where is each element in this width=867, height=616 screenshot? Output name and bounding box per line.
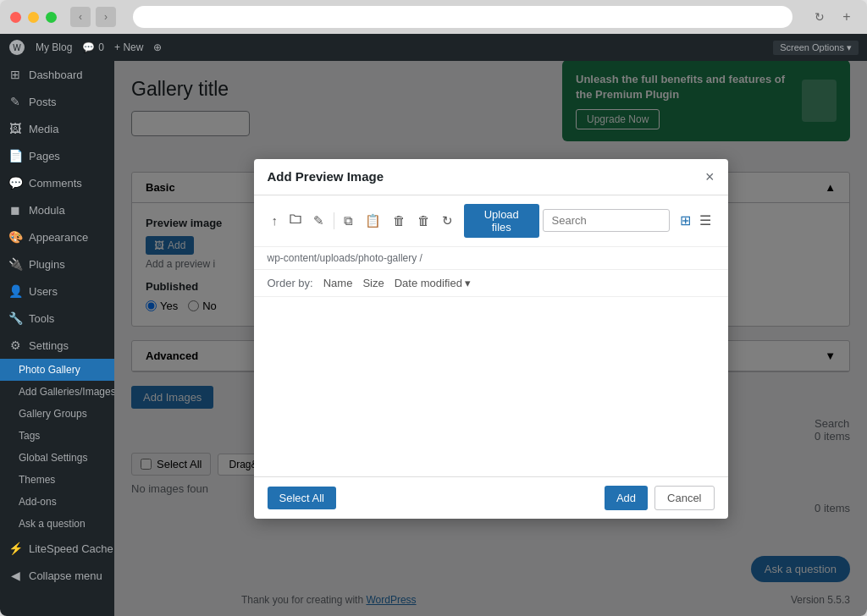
sidebar-label-comments: Comments [29,177,82,190]
browser-nav: ‹ › [70,7,116,27]
sidebar-label-global-settings: Global Settings [19,452,87,464]
svg-text:W: W [13,43,21,52]
url-bar[interactable] [133,6,792,28]
sidebar-item-users[interactable]: 👤 Users [0,278,114,305]
users-icon: 👤 [8,284,22,298]
sort-name[interactable]: Name [323,277,353,289]
cancel-modal-button[interactable]: Cancel [654,486,714,510]
modula-icon: ◼ [8,203,22,217]
wordpress-logo-icon: W [8,39,25,56]
sidebar-item-modula[interactable]: ◼ Modula [0,196,114,223]
sidebar-item-plugins[interactable]: 🔌 Plugins [0,250,114,278]
pages-icon: 📄 [8,149,22,162]
search-input[interactable] [543,209,670,232]
modal-title: Add Preview Image [268,169,384,184]
back-button[interactable]: ‹ [70,7,91,27]
sidebar-label-appearance: Appearance [29,231,88,244]
sidebar-label-dashboard: Dashboard [29,69,83,81]
browser-frame: ‹ › ↻ + W My Blog 💬 0 + New ⊕ [0,0,867,616]
sidebar-sub-add-ons[interactable]: Add-ons [0,491,114,513]
sidebar-item-comments[interactable]: 💬 Comments [0,169,114,196]
sidebar-item-appearance[interactable]: 🎨 Appearance [0,223,114,250]
toolbar-copy-btn[interactable]: ⧉ [340,210,357,232]
toolbar-divider-1 [334,212,334,229]
modal-footer: Select All Add Cancel [254,476,728,519]
sidebar-label-litespeed: LiteSpeed Cache [29,542,113,555]
modal-footer-right: Add Cancel [605,486,715,510]
tools-icon: 🔧 [8,311,22,325]
sidebar-label-add-galleries: Add Galleries/Images [19,386,114,398]
screen-options-button[interactable]: Screen Options ▾ [773,41,859,55]
sidebar-label-posts: Posts [29,96,57,108]
appearance-icon: 🎨 [8,230,22,244]
sidebar-label-tags: Tags [19,430,40,442]
add-modal-button[interactable]: Add [605,486,648,510]
toolbar-delete-btn-1[interactable]: 🗑 [389,210,410,231]
grid-view-button[interactable]: ⊞ [676,209,694,232]
sidebar-item-tools[interactable]: 🔧 Tools [0,305,114,332]
topbar-comments[interactable]: 💬 0 [82,41,104,53]
empty-content [268,311,715,463]
toolbar-paste-btn[interactable]: 📋 [361,210,385,232]
sidebar-sub-photo-gallery[interactable]: Photo Gallery [0,359,114,381]
toolbar-folder-btn[interactable] [285,210,306,231]
sidebar-sub-gallery-groups[interactable]: Gallery Groups [0,403,114,425]
sidebar-label-collapse: Collapse menu [29,569,102,582]
sidebar-label-pages: Pages [29,150,60,162]
sidebar-sub-ask-question[interactable]: Ask a question [0,513,114,535]
list-view-button[interactable]: ☰ [696,209,715,232]
toolbar-refresh-btn[interactable]: ↻ [438,210,457,232]
sidebar-item-posts[interactable]: ✎ Posts [0,88,114,115]
topbar-new[interactable]: + New [114,41,143,53]
sidebar-collapse-menu[interactable]: ◀ Collapse menu [0,562,114,589]
wp-topbar: W My Blog 💬 0 + New ⊕ Screen Options ▾ [0,34,867,61]
browser-close-button[interactable] [10,12,21,23]
sidebar-label-plugins: Plugins [29,258,65,271]
wp-sidebar: ⊞ Dashboard ✎ Posts 🖼 Media 📄 Pages 💬 [0,61,114,616]
litespeed-icon: ⚡ [8,542,22,555]
comment-icon: 💬 [82,41,95,53]
forward-button[interactable]: › [96,7,116,27]
new-tab-button[interactable]: + [837,7,857,27]
toolbar-edit-btn[interactable]: ✎ [309,210,329,232]
upload-files-button[interactable]: Upload files [464,204,539,238]
sidebar-sub-global-settings[interactable]: Global Settings [0,447,114,469]
reload-button[interactable]: ↻ [809,7,830,27]
sidebar-sub-themes[interactable]: Themes [0,469,114,491]
modal-path: wp-content/uploads/photo-gallery / [254,247,728,270]
browser-titlebar: ‹ › ↻ + [0,0,867,34]
sidebar-item-media[interactable]: 🖼 Media [0,115,114,142]
sort-size[interactable]: Size [362,277,384,289]
dashboard-icon: ⊞ [8,68,22,81]
collapse-icon: ◀ [8,569,22,582]
sidebar-sub-tags[interactable]: Tags [0,425,114,447]
sidebar-sub-add-galleries[interactable]: Add Galleries/Images [0,381,114,403]
sidebar-item-settings[interactable]: ⚙ Settings [0,332,114,359]
toolbar-upload-icon-btn[interactable]: ↑ [268,210,283,231]
sidebar-label-media: Media [29,123,58,135]
site-name-label: My Blog [36,41,72,53]
wp-body: ⊞ Dashboard ✎ Posts 🖼 Media 📄 Pages 💬 [0,61,867,616]
browser-maximize-button[interactable] [46,12,57,23]
sort-date-modified[interactable]: Date modified ▾ [395,277,472,289]
posts-icon: ✎ [8,95,22,108]
media-icon: 🖼 [8,122,22,135]
modal-overlay: Add Preview Image × ↑ ✎ [114,61,867,616]
sidebar-label-gallery-groups: Gallery Groups [19,408,87,420]
topbar-customize[interactable]: ⊕ [153,41,162,53]
topbar-right: Screen Options ▾ [773,41,859,55]
sidebar-item-pages[interactable]: 📄 Pages [0,142,114,169]
sidebar-item-litespeed[interactable]: ⚡ LiteSpeed Cache [0,535,114,562]
sidebar-label-photo-gallery: Photo Gallery [19,364,80,376]
browser-minimize-button[interactable] [28,12,39,23]
modal-close-button[interactable]: × [705,169,715,184]
sidebar-item-dashboard[interactable]: ⊞ Dashboard [0,61,114,88]
sidebar-label-tools: Tools [29,312,54,325]
topbar-site-name[interactable]: My Blog [36,41,72,53]
modal-toolbar: ↑ ✎ ⧉ 📋 🗑 🗑 ↻ [254,195,728,247]
sidebar-label-settings: Settings [29,339,69,352]
sort-date-label: Date modified ▾ [395,277,472,289]
toolbar-delete-btn-2[interactable]: 🗑 [413,210,434,231]
wp-main-content: Gallery title Publish Unleash the full b… [114,61,867,616]
select-all-modal-button[interactable]: Select All [268,487,336,509]
